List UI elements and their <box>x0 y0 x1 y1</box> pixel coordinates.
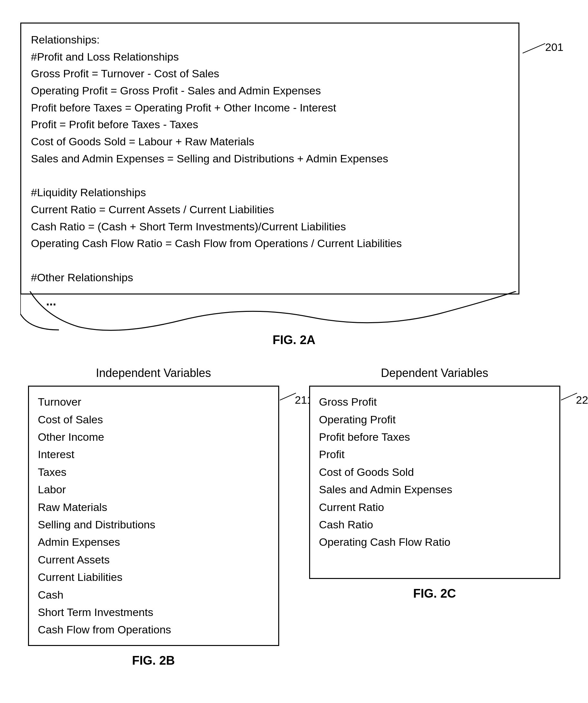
fig2b-var-10: Current Liabilities <box>38 568 269 586</box>
fig2c-title: Dependent Variables <box>309 366 560 380</box>
relationship-line-4: Profit before Taxes = Operating Profit +… <box>31 99 509 116</box>
fig2b-var-4: Taxes <box>38 463 269 481</box>
fig2b-var-5: Labor <box>38 481 269 498</box>
fig2c-var-3: Profit <box>319 446 550 463</box>
relationships-box: Relationships:#Profit and Loss Relations… <box>20 22 519 295</box>
relationship-line-11: Cash Ratio = (Cash + Short Term Investme… <box>31 218 509 235</box>
fig2c-box: Gross ProfitOperating ProfitProfit befor… <box>309 386 560 579</box>
ref-221-area: 221 <box>559 390 588 403</box>
fig2b-var-0: Turnover <box>38 393 269 410</box>
ellipsis: ... <box>46 295 56 308</box>
fig2c-var-6: Current Ratio <box>319 498 550 516</box>
fig2c-var-2: Profit before Taxes <box>319 428 550 446</box>
fig2c-caption: FIG. 2C <box>309 587 560 601</box>
fig2c-var-8: Operating Cash Flow Ratio <box>319 533 550 551</box>
relationship-line-7: Sales and Admin Expenses = Selling and D… <box>31 150 509 167</box>
fig2c-var-0: Gross Profit <box>319 393 550 410</box>
fig2a-section: Relationships:#Profit and Loss Relations… <box>20 22 568 347</box>
relationship-line-14: #Other Relationships <box>31 269 509 286</box>
fig2b-var-12: Short Term Investments <box>38 604 269 621</box>
relationship-line-9: #Liquidity Relationships <box>31 184 509 201</box>
fig2b-var-8: Admin Expenses <box>38 533 269 551</box>
ref-221-label: 221 <box>576 391 588 408</box>
fig2b-caption: FIG. 2B <box>28 654 279 668</box>
fig2c-column: Dependent Variables Gross ProfitOperatin… <box>309 366 560 601</box>
svg-line-3 <box>280 393 296 400</box>
fig2b-box: TurnoverCost of SalesOther IncomeInteres… <box>28 386 279 646</box>
relationship-line-3: Operating Profit = Gross Profit - Sales … <box>31 82 509 99</box>
fig2b-var-13: Cash Flow from Operations <box>38 621 269 638</box>
relationship-line-5: Profit = Profit before Taxes - Taxes <box>31 116 509 133</box>
figs-bottom-row: Independent Variables TurnoverCost of Sa… <box>19 366 569 667</box>
relationship-line-12: Operating Cash Flow Ratio = Cash Flow fr… <box>31 235 509 252</box>
ref-201-label: 201 <box>545 41 564 54</box>
fig2b-column: Independent Variables TurnoverCost of Sa… <box>28 366 279 667</box>
relationship-line-0: Relationships: <box>31 31 509 48</box>
fig2b-var-9: Current Assets <box>38 551 269 568</box>
curve-svg <box>20 291 519 333</box>
fig2b-var-2: Other Income <box>38 428 269 446</box>
fig2a-caption: FIG. 2A <box>20 333 568 347</box>
fig2c-var-1: Operating Profit <box>319 411 550 428</box>
fig2b-var-1: Cost of Sales <box>38 411 269 428</box>
relationship-line-1: #Profit and Loss Relationships <box>31 48 509 65</box>
fig2b-var-11: Cash <box>38 586 269 604</box>
ref-211-area: 211 <box>278 390 307 403</box>
curve-decoration: ... <box>20 291 568 330</box>
fig2b-var-3: Interest <box>38 446 269 463</box>
fig2c-var-4: Cost of Goods Sold <box>319 463 550 481</box>
relationship-line-6: Cost of Goods Sold = Labour + Raw Materi… <box>31 133 509 150</box>
relationship-line-13 <box>31 252 509 269</box>
fig2c-var-5: Sales and Admin Expenses <box>319 481 550 498</box>
relationship-line-8 <box>31 167 509 184</box>
relationship-line-10: Current Ratio = Current Assets / Current… <box>31 201 509 218</box>
svg-line-0 <box>523 44 545 53</box>
fig2c-var-7: Cash Ratio <box>319 516 550 533</box>
fig2b-var-7: Selling and Distributions <box>38 516 269 533</box>
fig2b-title: Independent Variables <box>28 366 279 380</box>
fig2b-var-6: Raw Materials <box>38 498 269 516</box>
svg-line-4 <box>561 393 577 400</box>
ref-201-area: 201 <box>519 40 571 58</box>
relationship-line-2: Gross Profit = Turnover - Cost of Sales <box>31 65 509 82</box>
